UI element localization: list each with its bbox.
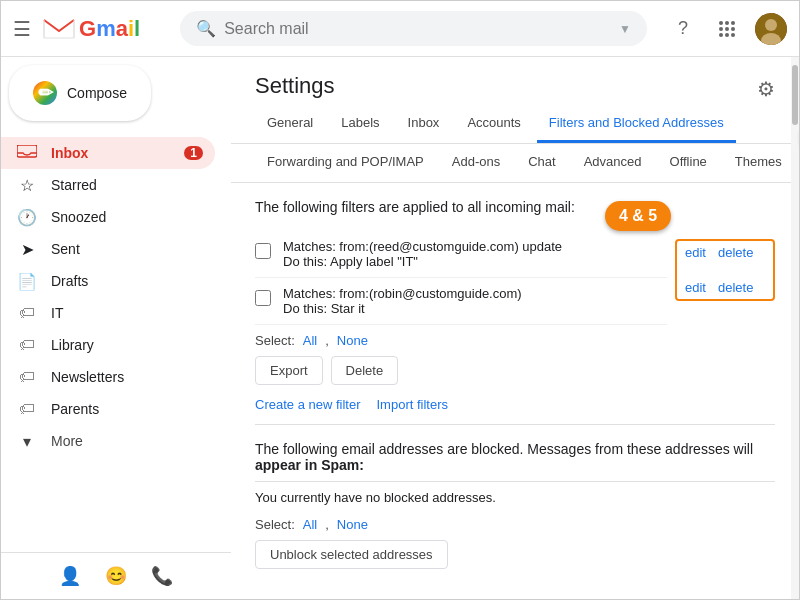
sidebar-item-snoozed[interactable]: 🕐 Snoozed [1, 201, 215, 233]
delete-button[interactable]: Delete [331, 356, 399, 385]
sidebar-item-parents[interactable]: 🏷 Parents [1, 393, 215, 425]
tab-filters[interactable]: Filters and Blocked Addresses [537, 105, 736, 143]
gmail-logo-icon [41, 15, 77, 43]
create-filter-link[interactable]: Create a new filter [255, 397, 361, 412]
send-icon: ➤ [17, 240, 37, 259]
import-filters-link[interactable]: Import filters [377, 397, 449, 412]
filter1-delete-link[interactable]: delete [718, 245, 753, 260]
no-blocked-text: You currently have no blocked addresses. [255, 490, 775, 505]
sidebar-item-more[interactable]: ▾ More [1, 425, 215, 457]
tab-general[interactable]: General [255, 105, 325, 143]
filter2-delete-link[interactable]: delete [718, 280, 753, 295]
tab-inbox[interactable]: Inbox [396, 105, 452, 143]
step45-badge: 4 & 5 [605, 201, 671, 231]
filters-select-all-link[interactable]: All [303, 333, 317, 348]
svg-point-6 [725, 27, 729, 31]
content-footer: Program Policies [231, 585, 799, 599]
tab-addons[interactable]: Add-ons [440, 144, 512, 182]
filter1-checkbox[interactable] [255, 243, 271, 259]
tab-forwarding[interactable]: Forwarding and POP/IMAP [255, 144, 436, 182]
filters-section-title: The following filters are applied to all… [255, 199, 775, 215]
svg-point-12 [765, 19, 777, 31]
blocked-select-none-link[interactable]: None [337, 517, 368, 532]
sidebar-item-label-sent: Sent [51, 241, 203, 257]
export-button[interactable]: Export [255, 356, 323, 385]
more-chevron-icon: ▾ [17, 432, 37, 451]
blocked-section-title: The following email addresses are blocke… [255, 441, 775, 473]
sidebar: ✏ Compose Inbox 1 ☆ Starred 🕐 Snoozed ➤ … [1, 57, 231, 599]
svg-point-7 [731, 27, 735, 31]
scrollbar-thumb[interactable] [792, 65, 798, 125]
person-icon[interactable]: 👤 [59, 565, 81, 587]
sidebar-item-label-library: Library [51, 337, 203, 353]
face-icon[interactable]: 😊 [105, 565, 127, 587]
top-header: ☰ G m a i l 🔍 ▼ ? [1, 1, 799, 57]
sidebar-item-library[interactable]: 🏷 Library [1, 329, 215, 361]
filter2-actions: edit delete [685, 280, 765, 295]
gmail-logo: G m a i l [41, 15, 140, 43]
sidebar-item-label-drafts: Drafts [51, 273, 203, 289]
sidebar-item-newsletters[interactable]: 🏷 Newsletters [1, 361, 215, 393]
label-it-icon: 🏷 [17, 304, 37, 322]
svg-point-5 [719, 27, 723, 31]
drafts-icon: 📄 [17, 272, 37, 291]
tab-labels[interactable]: Labels [329, 105, 391, 143]
sidebar-item-label-starred: Starred [51, 177, 203, 193]
header-icons: ? [667, 13, 787, 45]
search-dropdown-icon[interactable]: ▼ [619, 22, 631, 36]
phone-icon[interactable]: 📞 [151, 565, 173, 587]
hamburger-menu-icon[interactable]: ☰ [13, 17, 31, 41]
tab-accounts[interactable]: Accounts [455, 105, 532, 143]
filter2-checkbox[interactable] [255, 290, 271, 306]
filters-select-none-link[interactable]: None [337, 333, 368, 348]
settings-secondary-tabs: Forwarding and POP/IMAP Add-ons Chat Adv… [231, 144, 799, 183]
tab-advanced[interactable]: Advanced [572, 144, 654, 182]
main-area: ✏ Compose Inbox 1 ☆ Starred 🕐 Snoozed ➤ … [1, 57, 799, 599]
svg-point-8 [719, 33, 723, 37]
svg-rect-0 [41, 15, 77, 43]
tab-themes[interactable]: Themes [723, 144, 794, 182]
sidebar-item-label-newsletters: Newsletters [51, 369, 203, 385]
sidebar-item-label-parents: Parents [51, 401, 203, 417]
sidebar-item-drafts[interactable]: 📄 Drafts [1, 265, 215, 297]
settings-content-area: 3 Settings ⚙ General Labels Inbox Accoun… [231, 57, 799, 599]
filter1-matches: Matches: from:(reed@customguide.com) upd… [283, 239, 667, 254]
sidebar-item-label-more: More [51, 433, 203, 449]
filter1-edit-link[interactable]: edit [685, 245, 706, 260]
sidebar-item-starred[interactable]: ☆ Starred [1, 169, 215, 201]
filter1-actions: edit delete [685, 245, 765, 260]
inbox-badge: 1 [184, 146, 203, 160]
filters-select-row: Select: All, None [255, 333, 775, 348]
blocked-select-label: Select: [255, 517, 295, 532]
tab-offline[interactable]: Offline [658, 144, 719, 182]
settings-header: Settings ⚙ [231, 57, 799, 101]
apps-icon[interactable] [711, 13, 743, 45]
filter2-action: Do this: Star it [283, 301, 667, 316]
blocked-select-all-link[interactable]: All [303, 517, 317, 532]
sidebar-item-label-inbox: Inbox [51, 145, 184, 161]
filter2-edit-link[interactable]: edit [685, 280, 706, 295]
inbox-icon [17, 145, 37, 161]
unblock-button[interactable]: Unblock selected addresses [255, 540, 448, 569]
filter-edit-delete-box: edit delete edit delete [675, 239, 775, 301]
tab-chat[interactable]: Chat [516, 144, 567, 182]
avatar[interactable] [755, 13, 787, 45]
help-icon[interactable]: ? [667, 13, 699, 45]
sidebar-item-label-snoozed: Snoozed [51, 209, 203, 225]
svg-point-2 [719, 21, 723, 25]
compose-button[interactable]: ✏ Compose [9, 65, 151, 121]
filter-row-1: Matches: from:(reed@customguide.com) upd… [255, 231, 667, 278]
sidebar-item-it[interactable]: 🏷 IT [1, 297, 215, 329]
svg-point-9 [725, 33, 729, 37]
svg-point-3 [725, 21, 729, 25]
filter2-info: Matches: from:(robin@customguide.com) Do… [283, 286, 667, 316]
sidebar-item-sent[interactable]: ➤ Sent [1, 233, 215, 265]
svg-point-10 [731, 33, 735, 37]
search-bar: 🔍 ▼ [180, 11, 647, 46]
search-input[interactable] [224, 20, 611, 38]
sidebar-item-label-it: IT [51, 305, 203, 321]
filter1-action: Do this: Apply label "IT" [283, 254, 667, 269]
settings-gear-icon[interactable]: ⚙ [757, 77, 775, 101]
sidebar-item-inbox[interactable]: Inbox 1 [1, 137, 215, 169]
scrollbar-track[interactable] [791, 57, 799, 599]
